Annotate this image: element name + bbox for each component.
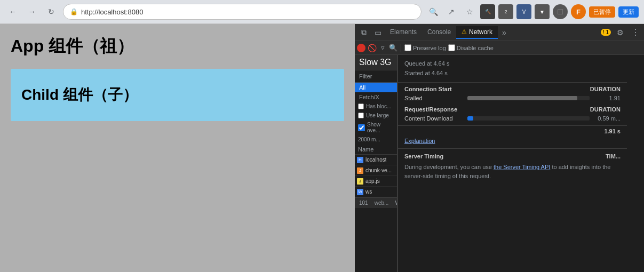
preserve-log-checkbox[interactable]: Preserve log (404, 44, 446, 51)
list-item[interactable]: H localhost (355, 155, 397, 165)
extension-btn-1[interactable]: 🔨 (480, 4, 495, 19)
devtools-settings-button[interactable]: ⚙ (613, 26, 627, 39)
duration-label-2: DURATION (590, 106, 621, 113)
network-main-content: Slow 3G Filter All Fetch/X Has bloc... U… (355, 55, 644, 272)
list-item[interactable]: J chunk-ve... (355, 165, 397, 176)
devtools-panel: ⧉ ▭ Elements Console ⚠ Network » ! 1 ⚙ ⋮… (355, 24, 644, 272)
record-button[interactable] (357, 44, 365, 52)
filter-all-button[interactable]: All (355, 83, 397, 92)
request-response-header: Request/Response DURATION (398, 103, 627, 114)
devtools-inspect-icon[interactable]: ▭ (371, 26, 385, 39)
zoom-button[interactable]: 🔍 (426, 4, 441, 19)
stalled-bar-fill (467, 96, 577, 100)
separator (401, 44, 401, 52)
has-blocked-row[interactable]: Has bloc... (355, 102, 397, 111)
devtools-badge: ! 1 (601, 29, 611, 36)
network-preset-slow3g[interactable]: Slow 3G (355, 55, 397, 70)
stalled-label: Stalled (404, 95, 463, 101)
child-title: Child 组件（子） (21, 85, 333, 105)
tab-console[interactable]: Console (422, 26, 456, 39)
timing-total-row: 1.91 s (398, 125, 627, 137)
timing-panel: Queued at 4.64 s Started at 4.64 s Conne… (397, 55, 627, 272)
update-button[interactable]: 更新 (618, 6, 639, 18)
forward-button[interactable]: → (25, 4, 39, 19)
file-name-chunk: chunk-ve... (365, 167, 392, 173)
network-left-panel: Slow 3G Filter All Fetch/X Has bloc... U… (355, 55, 397, 272)
devtools-cursor-icon[interactable]: ⧉ (357, 26, 371, 39)
duration-label-1: DURATION (590, 86, 621, 92)
timing-total-value: 1.91 s (604, 128, 621, 134)
file-icon-chunk: J (357, 167, 363, 174)
server-timing-section: Server Timing TIM... During development,… (398, 148, 627, 185)
stalled-row: Stalled 1.91 (398, 93, 627, 103)
search-icon-button[interactable]: 🔍 (389, 44, 397, 52)
warning-icon: ⚠ (462, 28, 467, 35)
filter-fetch-button[interactable]: Fetch/X (355, 92, 397, 102)
filter-icon-button[interactable]: ▿ (378, 44, 387, 52)
devtools-menu-button[interactable]: ⋮ (629, 27, 642, 37)
server-timing-description: During development, you can use the Serv… (404, 163, 621, 180)
reload-button[interactable]: ↻ (44, 4, 59, 19)
file-name-localhost: localhost (365, 157, 386, 163)
app-title: App 组件（祖） (11, 35, 344, 58)
use-large-row[interactable]: Use large (355, 111, 397, 120)
network-bottom-status: 101 web... WebSo... 0 B 1... (355, 197, 397, 208)
explanation-link[interactable]: Explanation (398, 137, 627, 148)
connection-start-header: Connection Start DURATION (398, 83, 627, 93)
timing-queued-info: Queued at 4.64 s Started at 4.64 s (398, 55, 627, 83)
request-response-title: Request/Response (404, 106, 457, 113)
user-avatar[interactable]: F (571, 4, 586, 19)
main-layout: App 组件（祖） Child 组件（子） ⧉ ▭ Elements Conso… (0, 24, 644, 272)
extension-btn-5[interactable]: □ (553, 4, 568, 19)
stalled-value: 1.91 (594, 95, 621, 101)
filter-label: Filter (355, 70, 397, 83)
show-overview-row[interactable]: Show ove... (355, 120, 397, 135)
name-list-header: Name (355, 144, 397, 155)
content-download-row: Content Download 0.59 m... (398, 114, 627, 123)
content-download-value: 0.59 m... (594, 115, 621, 122)
extension-btn-3[interactable]: V (516, 4, 531, 19)
back-button[interactable]: ← (5, 4, 20, 19)
devtools-topbar: ⧉ ▭ Elements Console ⚠ Network » ! 1 ⚙ ⋮ (355, 24, 644, 41)
waterfall-ms-label: 2000 m... (355, 135, 397, 144)
file-name-appjs: app.js (365, 178, 380, 184)
bookmark-button[interactable]: ☆ (462, 4, 477, 19)
file-icon-html: H (357, 157, 363, 163)
file-name-ws: ws (365, 189, 372, 195)
extension-btn-2[interactable]: 2 (498, 4, 513, 19)
lock-icon: 🔒 (70, 8, 78, 15)
tab-network[interactable]: ⚠ Network (456, 26, 498, 39)
extension-btn-4[interactable]: ▼ (535, 4, 550, 19)
time-label: TIM... (606, 153, 621, 159)
address-bar[interactable]: 🔒 http://localhost:8080 (63, 4, 422, 20)
share-button[interactable]: ↗ (444, 4, 459, 19)
list-item[interactable]: W ws (355, 187, 397, 197)
web-content: App 组件（祖） Child 组件（子） (0, 24, 355, 272)
stalled-bar (467, 96, 590, 100)
clear-button[interactable]: 🚫 (368, 44, 376, 52)
network-toolbar: 🚫 ▿ 🔍 Preserve log Disable cache (355, 41, 644, 55)
server-timing-header: Server Timing TIM... (404, 153, 621, 159)
browser-actions: 🔍 ↗ ☆ 🔨 2 V ▼ □ F 已暂停 更新 (426, 4, 639, 19)
browser-chrome: ← → ↻ 🔒 http://localhost:8080 🔍 ↗ ☆ 🔨 2 … (0, 0, 644, 24)
content-download-bar (467, 116, 590, 121)
queued-at-text: Queued at 4.64 s (404, 59, 621, 69)
content-download-bar-fill (467, 116, 473, 121)
paused-button[interactable]: 已暂停 (589, 6, 615, 18)
child-box: Child 组件（子） (11, 69, 344, 121)
file-icon-ws: W (357, 189, 363, 195)
started-at-text: Started at 4.64 s (404, 69, 621, 78)
server-timing-api-link[interactable]: the Server Timing API (494, 164, 550, 170)
connection-start-title: Connection Start (404, 86, 452, 92)
list-item[interactable]: J app.js (355, 176, 397, 187)
devtools-more-button[interactable]: » (498, 28, 511, 37)
content-download-label: Content Download (404, 115, 463, 122)
disable-cache-checkbox[interactable]: Disable cache (448, 44, 494, 51)
server-timing-title: Server Timing (404, 153, 443, 159)
tab-elements[interactable]: Elements (385, 26, 422, 39)
url-text: http://localhost:8080 (81, 8, 143, 16)
file-icon-appjs: J (357, 178, 363, 185)
